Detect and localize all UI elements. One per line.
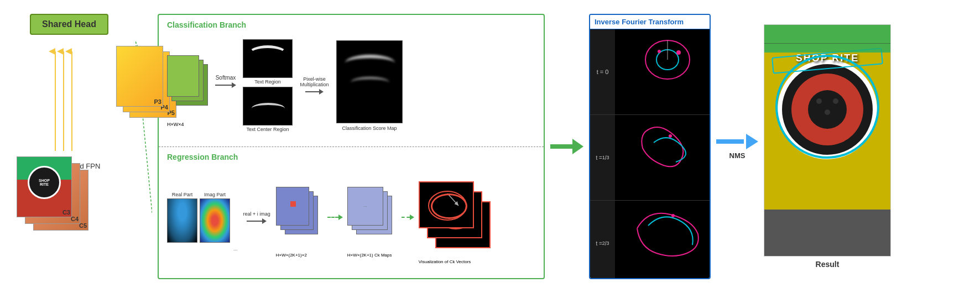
imag-part-img — [200, 198, 230, 243]
svg-line-9 — [447, 193, 458, 206]
text-region-container: Text Region — [243, 39, 293, 85]
p3-label: P3 — [154, 98, 161, 105]
nms-section: NMS — [716, 134, 758, 160]
dashed-arrow-head — [338, 214, 343, 220]
cls-input-label: H×W×4 — [167, 122, 184, 127]
fourier-row-0: t = 0 — [590, 29, 710, 115]
nms-label: NMS — [729, 151, 746, 160]
score-map-label: Classification Score Map — [336, 125, 403, 131]
big-arrow-head — [572, 139, 583, 154]
regression-branch-title: Regression Branch — [167, 153, 535, 161]
fpn-area: P5 P4 P3 C5 C4 — [17, 46, 122, 156]
real-part-label: Real Part — [172, 192, 193, 197]
big-green-arrow — [550, 139, 583, 154]
cls-feat-front — [167, 55, 199, 97]
score-map-curve1 — [345, 55, 395, 71]
pixel-mult-line — [305, 91, 319, 92]
softmax-arrow-head — [232, 82, 236, 88]
classification-content: H×W×4 Softmax Text Reg — [167, 34, 535, 138]
fourier-frame-1-svg — [615, 115, 710, 200]
regression-branch: Regression Branch Real Part Imag Part ··… — [159, 147, 544, 279]
fourier-title: Inverse Fourier Transform — [590, 15, 710, 29]
real-part-col: Real Part — [167, 192, 197, 243]
big-arrow-body — [550, 144, 572, 149]
text-region-img — [243, 39, 293, 78]
classification-branch: Classification Branch H×W×4 Softmax — [159, 15, 544, 146]
svg-point-14 — [658, 50, 661, 53]
imag-part-col: Imag Part — [200, 192, 230, 243]
formula-label: real + i imag — [243, 211, 270, 217]
ck-dots: ··· — [363, 204, 367, 209]
fourier-section: Inverse Fourier Transform t = 0 t = 1 — [589, 14, 711, 279]
nms-row — [716, 134, 758, 149]
dots-indicator: ··· — [233, 247, 238, 269]
result-image: SHOP RITE — [764, 24, 891, 257]
t1-label: t = 1/3 — [590, 115, 615, 200]
ck-viz-container: Visualization of Ck Vectors — [419, 181, 491, 253]
svg-point-8 — [429, 191, 466, 220]
text-region-label: Text Region — [243, 79, 293, 85]
fourier-frame-2-svg — [615, 201, 710, 278]
nms-arrow-body — [716, 139, 744, 144]
result-section: SHOP RITE Result — [764, 24, 891, 269]
svg-point-13 — [676, 50, 681, 55]
fourier-frame-0-svg — [615, 29, 710, 114]
pixel-wise-label: Pixel-wiseMultiplication — [299, 76, 330, 87]
main-container: Shared Head P5 P4 P3 — [0, 0, 980, 293]
reg-arrow-line — [247, 221, 262, 222]
result-caption: Result — [816, 260, 840, 269]
text-center-img — [243, 87, 293, 125]
c4-label: C4 — [71, 216, 79, 222]
shared-head-label: Shared Head — [42, 19, 96, 29]
score-map — [336, 40, 403, 123]
pixel-mult-head — [319, 89, 324, 95]
fourier-frame-1 — [615, 115, 710, 200]
imag-part-label: Imag Part — [204, 192, 226, 197]
result-billboard: SHOP RITE — [764, 25, 890, 256]
ck-viz-front — [419, 181, 474, 228]
t0-label: t = 0 — [590, 29, 615, 114]
backbone-section: Shared Head P5 P4 P3 — [8, 14, 130, 279]
branches-section: Classification Branch H×W×4 Softmax — [158, 14, 545, 279]
reg-arrow-head — [262, 218, 267, 224]
softmax-arrow-line — [215, 85, 232, 86]
ck-viz-label: Visualization of Ck Vectors — [419, 259, 471, 264]
softmax-label: Softmax — [216, 75, 236, 81]
shared-head-box: Shared Head — [30, 14, 108, 35]
score-map-curve2 — [351, 77, 389, 88]
red-square-indicator — [290, 201, 296, 207]
dashed-line — [327, 217, 338, 218]
regression-content: Real Part Imag Part ··· real + i imag — [167, 166, 535, 270]
fourier-frame-2 — [615, 201, 710, 278]
c5-label: C5 — [79, 222, 87, 229]
t2-label: t = 2/3 — [590, 201, 615, 278]
fourier-row-1: t = 1/3 — [590, 115, 710, 201]
fourier-frames: t = 0 t = 1/3 — [590, 29, 710, 278]
score-map-container: Classification Score Map — [336, 40, 403, 131]
text-center-label: Text Center Region — [243, 127, 293, 132]
complex-front — [276, 187, 309, 226]
dashed-arrow-head2 — [410, 214, 414, 220]
svg-point-17 — [671, 214, 675, 217]
svg-point-16 — [669, 134, 672, 138]
dashed-line2 — [402, 217, 410, 218]
nms-arrow-head — [746, 134, 758, 149]
classification-branch-title: Classification Branch — [167, 20, 535, 29]
ck-maps-label: H×W×(2K+1) Ck Maps — [347, 253, 392, 258]
reg-input-label: H×W×(2K+1)×2 — [276, 253, 307, 258]
backbone-c3-layer: SHOPRITE C3 — [17, 156, 72, 217]
fpn-p3-layer: P3 — [116, 46, 163, 107]
fourier-frame-0 — [615, 29, 710, 114]
ck-front: ··· — [347, 187, 383, 226]
text-center-curve — [252, 103, 285, 114]
c3-label: C3 — [62, 209, 70, 216]
real-part-img — [167, 198, 197, 243]
fourier-row-2: t = 2/3 — [590, 201, 710, 278]
text-region-curve — [248, 45, 287, 62]
text-center-container: Text Center Region — [243, 87, 293, 132]
ck-maps-stack: ··· H×W×(2K+1) Ck Maps — [347, 187, 397, 248]
ck-viz-front-svg — [420, 182, 473, 227]
fpn-arrows — [44, 46, 77, 156]
complex-stack: H×W×(2K+1)×2 — [276, 187, 323, 248]
